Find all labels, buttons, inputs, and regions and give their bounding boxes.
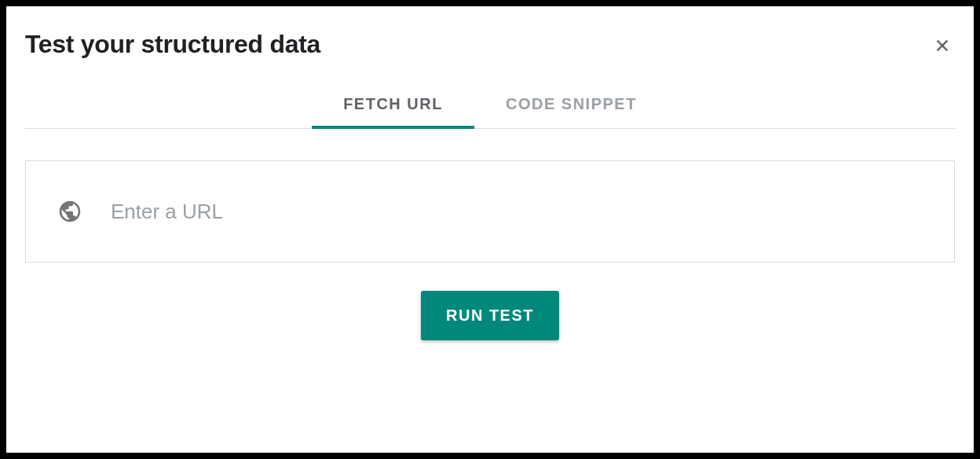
close-icon xyxy=(934,37,951,54)
dialog-container: Test your structured data FETCH URL CODE… xyxy=(6,6,974,453)
tab-fetch-url[interactable]: FETCH URL xyxy=(312,83,474,129)
run-button-wrapper: RUN TEST xyxy=(25,291,955,340)
close-button[interactable] xyxy=(930,33,955,58)
run-test-button[interactable]: RUN TEST xyxy=(421,291,559,340)
url-input[interactable] xyxy=(111,200,923,224)
url-input-wrapper xyxy=(25,160,955,263)
dialog-header: Test your structured data xyxy=(25,30,955,59)
tab-code-snippet[interactable]: CODE SNIPPET xyxy=(474,83,668,129)
dialog-title: Test your structured data xyxy=(25,30,320,59)
tabs-container: FETCH URL CODE SNIPPET xyxy=(25,83,955,129)
globe-icon xyxy=(57,199,82,224)
